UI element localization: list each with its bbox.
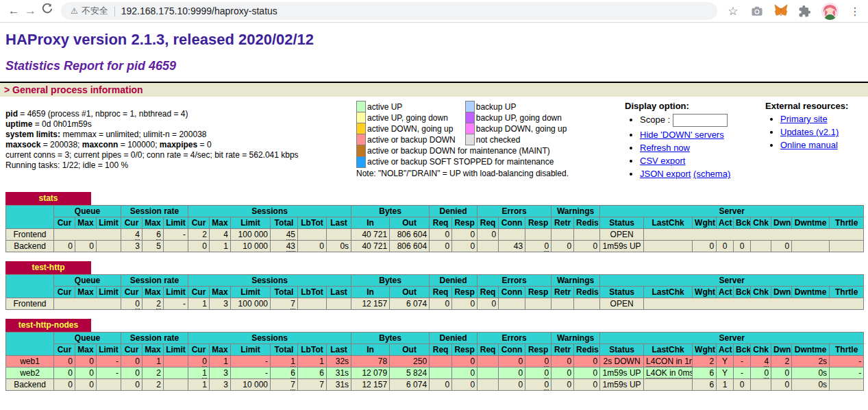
not-secure-warning-icon: ⚠: [71, 6, 78, 16]
table-row-backend: Backend00021310 0007731s12 1576 07400000…: [6, 379, 864, 391]
col-header: LastChk: [644, 344, 693, 356]
profile-avatar[interactable]: [821, 3, 839, 20]
col-header: Status: [600, 217, 644, 229]
col-header: Conn: [499, 344, 525, 356]
cell: [830, 379, 864, 391]
legend-label: active or backup DOWN: [366, 134, 466, 145]
primary-site-link[interactable]: Primary site: [780, 114, 828, 124]
hide-down-servers-link[interactable]: Hide 'DOWN' servers: [640, 130, 724, 140]
cell: [298, 298, 327, 310]
legend-label: active UP: [366, 101, 466, 112]
col-header: Redis: [574, 217, 600, 229]
cell: [644, 298, 864, 310]
col-header: In: [351, 217, 390, 229]
cell: [830, 241, 864, 252]
legend-label: backup UP: [474, 101, 576, 112]
col-header: Status: [600, 344, 644, 356]
cell: 806 604: [390, 229, 430, 241]
col-header: LastChk: [644, 217, 693, 229]
col-header: Max: [142, 344, 164, 356]
group-header: Warnings: [551, 333, 600, 344]
process-info: pid = 4659 (process #1, nbproc = 1, nbth…: [5, 101, 356, 182]
cell: 0: [771, 379, 792, 391]
display-options: Display option: Scope : Hide 'DOWN' serv…: [625, 101, 765, 182]
cell: 6: [298, 367, 327, 379]
cell: -: [830, 367, 864, 379]
cell: 3: [121, 241, 142, 252]
row-label: Backend: [6, 379, 54, 391]
group-header: Sessions: [188, 333, 351, 344]
cell: 0: [75, 367, 97, 379]
cell: 4: [210, 229, 231, 241]
cell: 1: [210, 241, 231, 252]
cell: 7: [271, 379, 298, 391]
bookmark-star-icon[interactable]: ☆: [726, 3, 741, 19]
page-subtitle: Statistics Report for pid 4659: [5, 59, 868, 73]
scope-item: Scope :: [640, 114, 765, 127]
col-header: Max: [210, 217, 231, 229]
external-resources: External resources: Primary site Updates…: [765, 101, 863, 182]
haproxy-version-link[interactable]: HAProxy version 2.1.3, released 2020/02/…: [5, 31, 314, 49]
cell: 0s: [792, 379, 830, 391]
col-header: Bck: [734, 344, 751, 356]
browser-menu-icon[interactable]: ⋮: [847, 3, 863, 19]
cell: 0: [751, 367, 771, 379]
cell: 0: [525, 379, 551, 391]
col-header: Limit: [97, 344, 121, 356]
scope-input[interactable]: [673, 114, 728, 127]
csv-export-link[interactable]: CSV export: [640, 156, 685, 166]
group-header: Bytes: [351, 206, 430, 217]
cell: 6: [693, 379, 717, 391]
camera-extension-icon[interactable]: [749, 3, 765, 19]
cell: 0: [54, 367, 75, 379]
col-header: Thrtle: [830, 344, 864, 356]
proxy-name-tab[interactable]: test-http: [5, 261, 91, 274]
cell: 0: [478, 298, 499, 310]
process-info-line: pid = 4659 (process #1, nbproc = 1, nbth…: [5, 109, 356, 119]
col-header: Total: [271, 217, 298, 229]
col-header: Wght: [693, 217, 717, 229]
cell: 0: [54, 356, 75, 367]
col-header: Cur: [121, 217, 142, 229]
address-bar[interactable]: ⚠ 不安全 192.168.175.10:9999/haproxy-status: [61, 2, 717, 20]
json-schema-link[interactable]: (schema): [693, 169, 730, 179]
proxy-name-tab[interactable]: test-http-nodes: [5, 319, 91, 332]
cell: 0: [75, 379, 97, 391]
cell: 0: [693, 241, 717, 252]
cell: -: [830, 356, 864, 367]
refresh-now-link[interactable]: Refresh now: [640, 143, 690, 153]
col-header: Redis: [574, 344, 600, 356]
col-header: Max: [75, 217, 97, 229]
cell: 0: [121, 298, 142, 310]
stats-table: QueueSession rateSessionsBytesDeniedErro…: [5, 332, 864, 391]
extensions-puzzle-icon[interactable]: [797, 3, 813, 19]
legend-label: backup UP, going down: [474, 112, 576, 123]
col-header: Resp: [525, 344, 551, 356]
proxy-name-tab[interactable]: stats: [5, 192, 91, 205]
col-header: Cur: [121, 344, 142, 356]
col-header: Req: [478, 217, 499, 229]
col-header: Req: [478, 344, 499, 356]
corner-header: [6, 206, 54, 229]
updates-link[interactable]: Updates (v2.1): [780, 127, 839, 137]
reload-button[interactable]: [39, 1, 55, 21]
cell: [751, 241, 771, 252]
col-header: Limit: [164, 344, 188, 356]
col-header: Act: [717, 344, 734, 356]
cell: 2: [142, 367, 164, 379]
cell: [478, 241, 499, 252]
cell: 2s: [792, 356, 830, 367]
col-header: Total: [271, 287, 298, 298]
group-header: Sessions: [188, 275, 351, 287]
metamask-fox-icon[interactable]: [773, 3, 789, 19]
cell: 1: [717, 379, 734, 391]
cell: 0: [188, 241, 210, 252]
json-export-link[interactable]: JSON export: [640, 169, 691, 179]
cell: 0: [54, 379, 75, 391]
cell: [164, 241, 188, 252]
cell: [751, 379, 771, 391]
forward-button[interactable]: →: [22, 1, 38, 21]
online-manual-link[interactable]: Online manual: [780, 140, 838, 150]
legend-swatch: [357, 101, 366, 112]
back-button[interactable]: ←: [5, 1, 22, 21]
